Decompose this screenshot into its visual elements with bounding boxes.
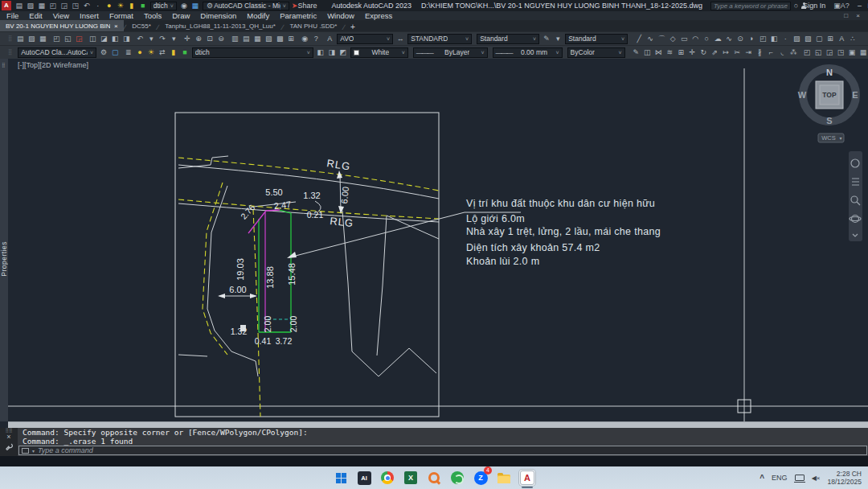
toolbar-icon[interactable]: ◇ <box>668 34 678 43</box>
horizontal-scrollbar[interactable] <box>8 421 868 428</box>
toolbar-icon[interactable]: ↻ <box>698 47 708 57</box>
toolbar-icon[interactable]: ◱ <box>63 34 72 43</box>
toolbar-icon[interactable]: ◰ <box>758 34 768 43</box>
toolbar-icon[interactable]: ◟ <box>777 47 787 57</box>
start-button[interactable] <box>333 470 349 486</box>
toolbar-icon[interactable]: ✛ <box>687 47 697 57</box>
toolbar-icon[interactable]: ▦ <box>252 34 262 43</box>
toolbar-icon[interactable]: ✂ <box>732 47 742 57</box>
toolbar-icon[interactable]: ▦ <box>858 47 868 57</box>
toolbar-icon[interactable]: ▾ <box>146 34 156 43</box>
toolbar-icon[interactable]: ◨ <box>121 34 131 43</box>
device-icon[interactable] <box>795 475 805 481</box>
toolbar-icon[interactable]: ⚙ <box>99 47 108 57</box>
toolbar-icon[interactable]: ✛ <box>182 34 192 43</box>
toolbar-icon[interactable]: ◳ <box>836 47 845 57</box>
toolbar-icon[interactable]: ◰ <box>51 34 61 43</box>
toolbar-icon[interactable]: ◰ <box>48 1 58 10</box>
toolbar-icon[interactable]: ◨ <box>327 47 337 57</box>
toolbar-icon[interactable]: ☁ <box>713 34 723 43</box>
text-style-combo[interactable]: AVO ˅ <box>337 34 393 44</box>
toolbar-icon[interactable]: ⊞ <box>825 34 835 43</box>
toolbar-icon[interactable]: ◲ <box>59 1 69 10</box>
toolbar-icon[interactable]: ✎ <box>631 47 641 57</box>
help-icon[interactable]: ? <box>845 1 850 10</box>
toolbar-icon[interactable]: ▢ <box>814 34 824 43</box>
color-combo[interactable]: White ˅ <box>350 47 408 58</box>
toolbar-icon[interactable]: ∴ <box>848 34 858 43</box>
taskbar-ai-app[interactable]: AI <box>356 470 372 486</box>
toolbar-icon[interactable]: ▤ <box>14 1 24 10</box>
toolbar-icon[interactable]: ↦ <box>721 47 731 57</box>
menu-draw[interactable]: Draw <box>172 11 190 20</box>
toolbar-icon[interactable]: ⌐ <box>766 47 776 57</box>
doc-tab-dc55[interactable]: DC55* <box>126 20 157 31</box>
toolbar-icon[interactable]: ⌒ <box>657 34 666 43</box>
toolbar-icon[interactable]: ▮ <box>169 47 178 57</box>
toolbar-icon[interactable]: ▥ <box>230 34 240 43</box>
menu-dimension[interactable]: Dimension <box>200 11 236 20</box>
toolbar-icon[interactable]: ◧ <box>769 34 779 43</box>
toolbar-icon[interactable]: ◉ <box>300 34 309 43</box>
toolbar-icon[interactable]: ⋈ <box>653 47 663 57</box>
model-space-canvas[interactable]: [-][Top][2D Wireframe] <box>8 59 868 421</box>
dim-style-combo[interactable]: STANDARD ˅ <box>407 34 472 44</box>
menu-parametric[interactable]: Parametric <box>280 11 317 20</box>
taskbar-excel[interactable]: X <box>403 470 419 486</box>
toolbar-icon[interactable]: ⇄ <box>158 47 167 57</box>
toolbar-icon[interactable]: ∿ <box>645 34 655 43</box>
toolbar-icon[interactable]: ↷ <box>158 34 167 43</box>
language-indicator[interactable]: ENG <box>772 474 788 482</box>
toolbar-icon[interactable]: ╱ <box>634 34 644 43</box>
share-button[interactable]: Share <box>297 2 317 10</box>
toolbar-icon[interactable]: ⇥ <box>743 47 753 57</box>
toolbar-icon[interactable]: ▭ <box>679 34 689 43</box>
toolbar-icon[interactable]: ▧ <box>264 34 273 43</box>
toolbar-icon[interactable]: ⊞ <box>286 34 296 43</box>
workspace-combo[interactable]: ⚙ AutoCAD Classic - Migr... ˅ <box>203 2 289 10</box>
toolbar-icon[interactable]: A <box>325 34 334 43</box>
search-input[interactable]: Type a keyword or phrase <box>710 2 791 10</box>
viewcube-west[interactable]: W <box>798 90 807 100</box>
toolbar-icon[interactable]: ◲ <box>74 34 84 43</box>
toolbar-icon[interactable]: ■ <box>180 47 190 57</box>
toolbar-icon[interactable]: ⊞ <box>676 47 686 57</box>
plotstyle-combo[interactable]: ByColor ˅ <box>567 47 625 58</box>
toolbar-icon[interactable]: ◪ <box>99 34 108 43</box>
lineweight-combo[interactable]: ——— 0.00 mm ˅ <box>493 47 563 58</box>
toolbar-icon[interactable]: ▦ <box>37 1 47 10</box>
command-input[interactable]: ▾ Type a command <box>18 446 867 455</box>
toolbar-icon[interactable]: ◗ <box>747 34 756 43</box>
tab-close-icon[interactable]: × <box>114 23 118 30</box>
table-style-combo[interactable]: Standard ˅ <box>477 34 539 44</box>
toolbar-icon[interactable]: ▾ <box>553 34 563 43</box>
clock[interactable]: 2:28 CH 18/12/2025 <box>827 470 862 486</box>
toolbar-icon[interactable]: ↶ <box>82 1 92 10</box>
toolbar-icon[interactable]: ▢ <box>110 47 120 57</box>
taskbar-zalo[interactable]: Z 4 <box>473 470 489 486</box>
mleader-style-combo[interactable]: Standard ˅ <box>565 34 628 44</box>
viewcube-south[interactable]: S <box>826 116 832 125</box>
toolbar-grip[interactable]: ⣿ <box>8 49 12 55</box>
toolbar-icon[interactable]: A <box>837 34 846 43</box>
toolbar-icon[interactable]: ▾ <box>169 34 178 43</box>
viewcube-east[interactable]: E <box>852 90 858 100</box>
menu-format[interactable]: Format <box>109 11 133 20</box>
toolbar-icon[interactable]: ◲ <box>825 47 834 57</box>
menu-window[interactable]: Window <box>327 11 354 20</box>
toolbar-icon[interactable]: ▣ <box>847 47 857 57</box>
command-close-icon[interactable]: × <box>0 433 18 441</box>
doc-tab-active[interactable]: BV 20-1 NGUYEN HUY LUONG BINH THANH_18-1… <box>0 20 124 31</box>
taskbar-autocad-active[interactable]: A <box>519 470 535 486</box>
menu-insert[interactable]: Insert <box>80 11 99 20</box>
toolbar-icon[interactable]: ▨ <box>792 34 801 43</box>
taskbar-chrome[interactable] <box>379 470 395 486</box>
toolbar-icon[interactable]: ✎ <box>542 34 551 43</box>
sign-in-button[interactable]: Sign In <box>803 2 825 10</box>
toolbar-icon[interactable]: ≋ <box>665 47 674 57</box>
taskbar-search-app[interactable] <box>426 470 442 486</box>
wrench-icon[interactable] <box>4 442 14 452</box>
autocad-app-icon[interactable]: A <box>2 1 11 10</box>
toolbar-icon[interactable]: ∿ <box>724 34 734 43</box>
store-icon[interactable]: ▣ <box>833 1 841 10</box>
